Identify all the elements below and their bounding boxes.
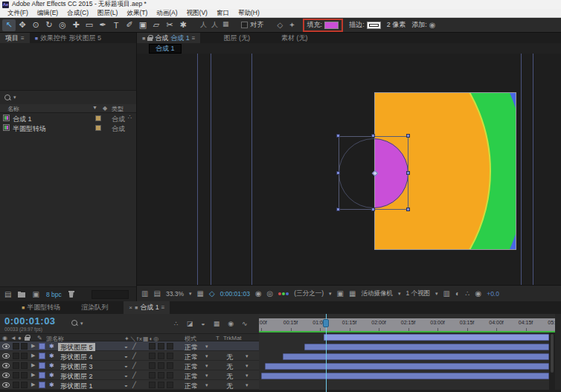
pixel-aspect-icon[interactable]: ▥ <box>443 289 450 298</box>
panel-menu-icon[interactable]: ≡ <box>161 304 165 311</box>
layer-row[interactable]: ▶✱形状图层 5◒ ╱正常▾ <box>0 341 259 351</box>
viewer-timecode[interactable]: 0:00:01:03 <box>220 290 250 298</box>
new-composition-icon[interactable]: ▣ <box>32 290 39 298</box>
layer-duration-bar[interactable] <box>261 373 549 379</box>
layer-quality-icon[interactable]: ◒ ╱ <box>124 382 138 388</box>
project-item-row[interactable]: 合成 1合成∴ <box>0 113 136 123</box>
tab-composition[interactable]: ■ 合成 合成 1 ≡ <box>137 33 200 43</box>
trkmat-caret-icon[interactable]: ▾ <box>246 363 249 369</box>
layer-duration-bar[interactable] <box>304 344 549 350</box>
stroke-width-value[interactable]: 2 像素 <box>387 20 406 30</box>
layer-visibility-icon[interactable] <box>2 363 10 368</box>
timeline-tab-合成 1[interactable]: ×■合成 1≡ <box>124 301 170 314</box>
selection-handle[interactable] <box>371 208 375 211</box>
panel-menu-icon[interactable]: ≡ <box>192 35 196 42</box>
new-folder-icon[interactable] <box>18 292 25 298</box>
magnification-caret-icon[interactable]: ▾ <box>189 291 192 297</box>
switch-box[interactable] <box>158 362 164 369</box>
trkmat-caret-icon[interactable]: ▾ <box>246 373 249 379</box>
expander-icon[interactable]: ▶ <box>31 362 35 368</box>
mask-visibility-icon[interactable]: ◇ <box>209 289 215 298</box>
snapping-toggle[interactable]: 对齐 <box>241 20 264 30</box>
menu-item-编辑[interactable]: 编辑(E) <box>33 9 62 18</box>
selection-handle[interactable] <box>336 171 340 175</box>
expander-icon[interactable]: ▶ <box>31 343 35 349</box>
project-search[interactable]: ▾ <box>0 91 136 104</box>
lock-toggle[interactable] <box>21 353 28 359</box>
tab-layer[interactable]: 图层 (无) <box>218 33 255 43</box>
frame-blending-icon[interactable]: ▦ <box>214 320 220 327</box>
switch-box[interactable] <box>158 353 164 359</box>
switch-box[interactable] <box>167 343 173 350</box>
lock-icon[interactable] <box>147 35 153 41</box>
layer-label-swatch[interactable] <box>39 353 45 359</box>
playhead-handle[interactable] <box>323 319 329 327</box>
trkmat-caret-icon[interactable]: ▾ <box>246 382 249 388</box>
show-snapshot-icon[interactable]: ◎ <box>267 289 274 298</box>
camera-tool[interactable]: ◎ <box>56 19 69 31</box>
eraser-tool[interactable]: ▱ <box>150 19 163 31</box>
blend-mode-caret-icon[interactable]: ▾ <box>205 382 208 388</box>
motion-blur-icon[interactable]: ◉ <box>228 320 234 327</box>
label-color-swatch[interactable] <box>95 125 101 131</box>
switch-box[interactable] <box>167 382 173 388</box>
timeline-search[interactable]: ▾ <box>71 320 83 327</box>
expander-icon[interactable]: ▶ <box>31 372 35 378</box>
close-tab-icon[interactable]: × <box>129 304 132 311</box>
layer-visibility-icon[interactable] <box>2 353 10 359</box>
tab-footage[interactable]: 素材 (无) <box>276 33 313 43</box>
comp-navigator[interactable]: 合成 1 <box>149 44 182 54</box>
switch-box[interactable] <box>149 353 156 359</box>
menu-item-文件[interactable]: 文件(F) <box>3 9 33 18</box>
hand-tool[interactable]: ✥ <box>16 19 29 31</box>
delete-icon[interactable] <box>68 291 74 298</box>
trkmat-caret-icon[interactable]: ▾ <box>246 353 249 359</box>
layer-visibility-icon[interactable] <box>2 373 10 378</box>
hide-shy-layers-icon[interactable]: ◒ <box>201 320 205 327</box>
project-item-row[interactable]: 半圆型转场合成 <box>0 123 136 132</box>
roto-brush-tool[interactable]: ✂ <box>163 19 176 31</box>
switch-box[interactable] <box>167 353 173 359</box>
layer-row[interactable]: ▶✱形状图层 3◒ ╱正常▾无▾ <box>0 361 259 370</box>
transparency-grid-icon[interactable]: ▦ <box>349 289 356 298</box>
add-property[interactable]: 添加: ◉ <box>411 20 435 30</box>
switch-box[interactable] <box>149 343 156 350</box>
switch-box[interactable] <box>149 382 156 388</box>
local-axis-mode-icon[interactable]: 人 <box>200 20 207 30</box>
magnification-value[interactable]: 33.3% <box>166 290 184 298</box>
timeline-tab-半圆型转场[interactable]: ■半圆型转场 <box>16 301 65 314</box>
reset-exposure-icon[interactable]: ◉ <box>475 289 481 298</box>
switch-box[interactable] <box>158 382 164 388</box>
menu-item-帮助[interactable]: 帮助(H) <box>234 9 264 18</box>
interpret-footage-icon[interactable]: ▤ <box>4 290 11 298</box>
timeline-tab-渲染队列[interactable]: 渲染队列 <box>76 301 113 314</box>
layer-label-swatch[interactable] <box>39 382 45 388</box>
blend-mode-caret-icon[interactable]: ▾ <box>205 353 208 359</box>
current-timecode[interactable]: 0:00:01:03 <box>4 315 56 327</box>
blend-mode-caret-icon[interactable]: ▾ <box>205 373 208 379</box>
layer-label-swatch[interactable] <box>39 372 45 379</box>
menu-item-效果[interactable]: 效果(T) <box>122 9 152 18</box>
layer-row[interactable]: ▶✱形状图层 1◒ ╱正常▾无▾ <box>0 380 259 390</box>
tool-creates-shape-icon[interactable]: ✦ <box>289 21 295 29</box>
add-icon[interactable]: ◉ <box>429 21 436 29</box>
time-ruler[interactable]: 0:00f00:15f01:00f01:15f02:00f02:15f03:00… <box>259 318 555 331</box>
graph-editor-icon[interactable]: ∿ <box>242 320 248 327</box>
bit-depth-indicator[interactable]: 8 bpc <box>46 291 62 298</box>
view-options-icon[interactable]: ▥ <box>141 289 148 298</box>
type-tool[interactable]: T <box>109 19 123 31</box>
label-color-swatch[interactable] <box>95 115 101 121</box>
project-item-name[interactable]: 半圆型转场 <box>13 124 46 134</box>
selection-tool[interactable]: ↖ <box>2 19 16 31</box>
layer-quality-icon[interactable]: ◒ ╱ <box>124 372 138 379</box>
layer-label-swatch[interactable] <box>39 362 45 369</box>
timeline-scrollbar[interactable] <box>549 332 555 392</box>
puppet-pin-tool[interactable]: ✱ <box>176 19 190 31</box>
comp-flowchart-icon[interactable]: ∴ <box>465 289 469 298</box>
rotation-tool[interactable]: ↻ <box>42 19 56 31</box>
timeline-track-area[interactable]: 0:00f00:15f01:00f01:15f02:00f02:15f03:00… <box>259 314 555 392</box>
column-type[interactable]: 类型 <box>112 105 124 113</box>
layer-visibility-icon[interactable] <box>2 344 10 349</box>
shape-tool[interactable]: ▭ <box>83 19 96 31</box>
lock-toggle[interactable] <box>21 343 28 350</box>
